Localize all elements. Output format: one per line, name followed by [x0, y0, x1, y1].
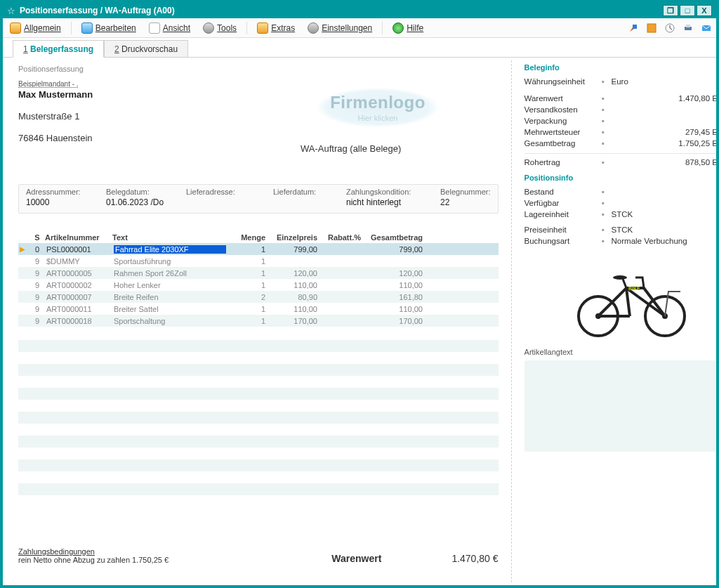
positions-table: S Artikelnummer Text Menge Einzelpreis R…: [18, 232, 499, 507]
cell-menge: 1: [235, 244, 270, 254]
cell-einzelpreis: 799,00: [270, 244, 322, 254]
table-row[interactable]: 9 ART0000018 Sportschaltung 1 170,00 170…: [18, 315, 499, 327]
svg-point-11: [613, 275, 627, 280]
toolbar-print-icon[interactable]: [682, 22, 694, 34]
meta-label: Belegdatum:: [106, 188, 183, 197]
cell-einzelpreis: 110,00: [270, 280, 322, 290]
menu-label: Hilfe: [407, 23, 423, 33]
menu-label: Allgemein: [24, 23, 61, 33]
col-gesamtbetrag: Gesamtbetrag: [365, 233, 427, 242]
cell-artikelnummer: ART0000011: [45, 304, 112, 314]
table-row[interactable]: 9 ART0000007 Breite Reifen 2 80,90 161,8…: [18, 291, 499, 303]
logo-text: Firmenlogo: [330, 93, 426, 112]
table-row[interactable]: 9 ART0000011 Breiter Sattel 1 110,00 110…: [18, 303, 499, 315]
svg-text:BIKE: BIKE: [628, 286, 640, 291]
col-s: S: [29, 233, 45, 242]
menu-label: Tools: [217, 23, 237, 33]
meta-value-zahlungskondition[interactable]: nicht hinterlegt: [346, 197, 437, 207]
cell-gesamt: 799,00: [365, 244, 427, 254]
cell-rabatt: [322, 308, 365, 310]
tab-label: Druckvorschau: [119, 44, 178, 54]
tab-num: 1: [23, 44, 28, 54]
cell-artikelnummer: $DUMMY: [45, 256, 112, 266]
table-row[interactable]: 9 $DUMMY Sportausführung 1: [18, 255, 499, 267]
menu-einstellungen[interactable]: Einstellungen: [305, 21, 375, 35]
cell-s: 9: [29, 268, 45, 278]
menu-label: Bearbeiten: [95, 23, 136, 33]
kv-value: 1.750,25 EUR: [612, 139, 719, 148]
cell-text: Sportschaltung: [112, 316, 235, 326]
company-logo-placeholder[interactable]: Firmenlogo Hier klicken: [301, 79, 455, 136]
col-rabatt: Rabatt.%: [322, 233, 365, 242]
meta-label: Lieferadresse:: [186, 188, 270, 197]
table-row[interactable]: 9 ART0000002 Hoher Lenker 1 110,00 110,0…: [18, 279, 499, 291]
tools-icon: [203, 22, 214, 34]
cell-einzelpreis: 170,00: [270, 316, 322, 326]
kv-key: Rohertrag: [525, 158, 602, 166]
meta-value-lieferdatum[interactable]: [273, 197, 343, 207]
kv-key: Lagereinheit: [525, 210, 602, 218]
artikellangtext-box[interactable]: [525, 360, 719, 452]
cell-gesamt: 161,80: [365, 292, 427, 302]
table-row[interactable]: ▶ 0 PSL0000001 Fahrrad Elite 2030XF 1 79…: [18, 243, 499, 255]
cell-rabatt: [322, 320, 365, 322]
meta-label: Zahlungskondition:: [346, 188, 437, 197]
cell-menge: 2: [235, 292, 270, 302]
kv-value: Euro: [612, 77, 719, 86]
tab-belegerfassung[interactable]: 1 Belegerfassung: [13, 40, 104, 58]
toolbar-mail-icon[interactable]: [701, 22, 712, 34]
toolbar-clock-icon[interactable]: [664, 22, 675, 34]
logo-subtext: Hier klicken: [358, 114, 398, 122]
cell-s: 0: [29, 244, 45, 254]
menu-tools[interactable]: Tools: [200, 21, 239, 35]
view-icon: [149, 22, 160, 34]
window-maximize-button[interactable]: □: [680, 5, 695, 16]
kv-key: Verfügbar: [525, 199, 602, 207]
meta-value-lieferadresse[interactable]: [186, 197, 270, 207]
cell-menge: 1: [235, 304, 270, 314]
menu-separator: [382, 22, 383, 34]
cell-text-edit[interactable]: Fahrrad Elite 2030XF: [114, 245, 226, 254]
cell-einzelpreis: 110,00: [270, 304, 322, 314]
fav-star-icon[interactable]: ☆: [7, 6, 15, 16]
menu-bearbeiten[interactable]: Bearbeiten: [79, 21, 139, 35]
menu-hilfe[interactable]: Hilfe: [390, 21, 426, 35]
cell-rabatt: [322, 249, 365, 250]
tab-label: Belegerfassung: [28, 44, 93, 54]
cell-menge: 1: [235, 268, 270, 278]
tabbar: 1 Belegerfassung 2 Druckvorschau: [3, 38, 716, 58]
cell-gesamt: 170,00: [365, 316, 427, 326]
tab-druckvorschau[interactable]: 2 Druckvorschau: [104, 40, 188, 57]
warenwert-label: Warenwert: [331, 553, 381, 564]
section-title: Positionserfassung: [18, 65, 499, 73]
row-caret-icon: ▶: [18, 244, 29, 254]
table-row[interactable]: 9 ART0000005 Rahmen Sport 26Zoll 1 120,0…: [18, 267, 499, 279]
menu-extras[interactable]: Extras: [254, 21, 298, 35]
home-icon: [10, 22, 21, 34]
cell-gesamt: [365, 261, 427, 262]
toolbar-pin-icon[interactable]: [628, 22, 639, 34]
cell-rabatt: [322, 296, 365, 298]
meta-value-belegnummer[interactable]: 22: [440, 197, 491, 207]
menu-allgemein[interactable]: Allgemein: [7, 21, 64, 35]
toolbar-note-icon[interactable]: [646, 22, 657, 34]
kv-value: 1.470,80 EUR: [612, 94, 719, 103]
cell-artikelnummer: PSL0000001: [45, 244, 112, 254]
kv-value: 279,45 EUR: [612, 128, 719, 136]
cell-einzelpreis: [270, 261, 322, 262]
document-meta: Adressnummer: Belegdatum: Lieferadresse:…: [18, 184, 499, 214]
kv-key: Buchungsart: [525, 237, 602, 245]
kv-key: Verpackung: [525, 117, 602, 125]
meta-value-adressnummer[interactable]: 10000: [26, 197, 103, 207]
window-restore-button[interactable]: ❐: [663, 5, 678, 16]
settings-icon: [308, 22, 319, 34]
col-artikelnummer: Artikelnummer: [45, 233, 112, 242]
cell-gesamt: 110,00: [365, 280, 427, 290]
kv-key: Bestand: [525, 188, 602, 196]
cell-gesamt: 110,00: [365, 304, 427, 314]
artikellangtext-label: Artikellangtext: [525, 348, 719, 356]
extras-icon: [257, 22, 268, 34]
window-close-button[interactable]: X: [697, 5, 712, 16]
menu-ansicht[interactable]: Ansicht: [146, 21, 193, 35]
meta-value-belegdatum[interactable]: 01.06.2023 /Do: [106, 197, 183, 207]
